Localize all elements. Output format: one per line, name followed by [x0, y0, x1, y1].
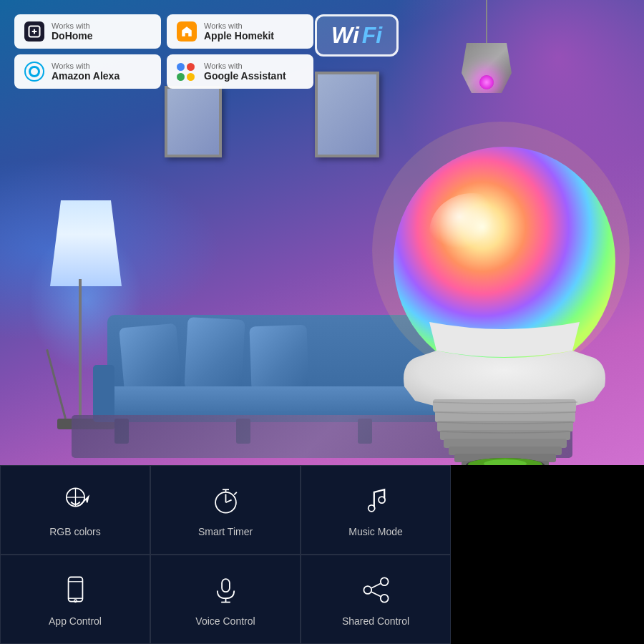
google-dot-blue	[177, 63, 185, 71]
svg-point-34	[364, 586, 371, 594]
voice-label: Voice Control	[195, 615, 255, 627]
music-label: Music Mode	[348, 526, 402, 537]
svg-point-3	[429, 193, 515, 272]
svg-line-21	[225, 500, 231, 503]
rgb-label: RGB colors	[49, 526, 101, 537]
share-icon	[358, 572, 394, 608]
svg-rect-6	[437, 421, 573, 431]
wifi-badge: Wi Fi	[315, 14, 399, 57]
feature-timer: Smart Timer	[150, 465, 301, 555]
svg-point-29	[74, 600, 77, 602]
feature-share: Shared Control	[301, 555, 451, 644]
wifi-wi-text: Wi	[331, 22, 359, 49]
product-bulb	[322, 107, 644, 465]
cushion-1	[119, 323, 182, 393]
rgb-icon	[57, 483, 93, 519]
google-dot-green	[177, 73, 185, 81]
wall-picture-1	[165, 86, 222, 157]
svg-rect-7	[440, 430, 570, 440]
app-icon	[57, 572, 93, 608]
ceiling-lamp	[458, 0, 515, 93]
svg-rect-30	[222, 579, 230, 592]
svg-line-37	[371, 592, 381, 596]
svg-line-18	[79, 499, 86, 505]
svg-point-35	[380, 595, 388, 602]
svg-point-33	[380, 577, 388, 585]
feature-rgb: RGB colors	[0, 465, 150, 555]
feature-music: Music Mode	[301, 465, 451, 555]
google-icon	[175, 60, 198, 83]
google-text: Works with Google Assistant	[204, 62, 286, 82]
svg-point-25	[379, 497, 385, 503]
app-label: App Control	[49, 615, 102, 627]
badge-google: Works with Google Assistant	[167, 54, 313, 89]
lamp-shade	[50, 200, 122, 286]
dohome-text: Works with DoHome	[52, 21, 93, 42]
share-label: Shared Control	[342, 615, 409, 627]
alexa-icon	[23, 60, 46, 83]
music-icon	[358, 483, 394, 519]
homekit-text: Works with Apple Homekit	[204, 21, 274, 42]
cushion-3	[249, 325, 308, 391]
svg-rect-4	[433, 399, 576, 412]
timer-icon	[208, 483, 243, 519]
feature-bar: RGB colors Smart Timer Music Mode	[0, 465, 451, 644]
svg-point-24	[368, 505, 374, 512]
dohome-icon	[23, 20, 46, 43]
voice-icon	[208, 572, 243, 608]
google-dot-red	[187, 63, 195, 71]
sofa-left-arm	[93, 365, 114, 422]
cushion-2	[184, 317, 245, 391]
feature-voice: Voice Control	[150, 555, 301, 644]
google-dot-yellow	[187, 73, 195, 81]
alexa-text: Works with Amazon Alexa	[52, 62, 119, 82]
feature-app: App Control	[0, 555, 150, 644]
badge-dohome: Works with DoHome	[14, 14, 161, 49]
ceiling-fixture	[462, 43, 512, 93]
compatibility-badges: Works with DoHome Works with Apple Homek…	[14, 14, 313, 89]
badge-alexa: Works with Amazon Alexa	[14, 54, 161, 89]
ceiling-bulb	[479, 75, 494, 89]
badge-homekit: Works with Apple Homekit	[167, 14, 313, 49]
svg-line-36	[371, 584, 381, 588]
wifi-fi-text: Fi	[362, 22, 382, 49]
timer-label: Smart Timer	[198, 526, 253, 537]
ceiling-wire	[486, 0, 487, 43]
homekit-icon	[175, 20, 198, 43]
